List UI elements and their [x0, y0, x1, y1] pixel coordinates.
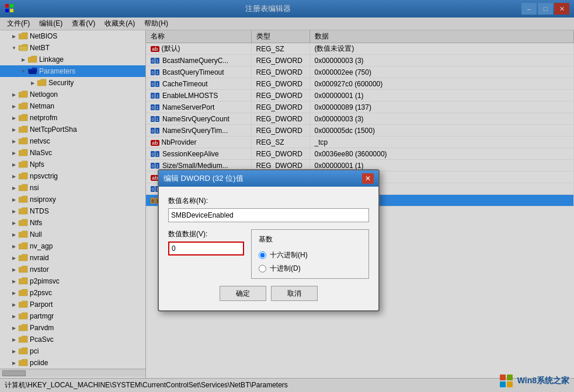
dialog-title-bar: 编辑 DWORD (32 位)值 ✕ — [159, 170, 378, 187]
dialog-data-input[interactable] — [168, 242, 244, 256]
dialog-name-input[interactable] — [168, 208, 369, 222]
dialog-close-button[interactable]: ✕ — [362, 173, 374, 184]
hex-radio-text: 十六进制(H) — [270, 250, 308, 260]
modal-overlay: 编辑 DWORD (32 位)值 ✕ 数值名称(N): 数值数据(V): 基数 … — [0, 0, 574, 392]
edit-dword-dialog: 编辑 DWORD (32 位)值 ✕ 数值名称(N): 数值数据(V): 基数 … — [158, 169, 380, 312]
dec-radio-text: 十进制(D) — [270, 264, 301, 274]
dialog-cancel-button[interactable]: 取消 — [271, 286, 318, 301]
dialog-buttons: 确定 取消 — [168, 286, 369, 301]
dialog-base-label: 基数 — [259, 235, 361, 244]
dialog-data-section: 数值数据(V): — [168, 229, 244, 279]
dialog-name-label: 数值名称(N): — [168, 196, 369, 206]
dec-radio[interactable] — [259, 265, 266, 272]
dec-radio-label[interactable]: 十进制(D) — [259, 264, 361, 274]
dialog-body: 数值名称(N): 数值数据(V): 基数 十六进制(H) 十进制(D) — [159, 187, 378, 310]
dialog-base-section: 基数 十六进制(H) 十进制(D) — [251, 229, 369, 279]
dialog-ok-button[interactable]: 确定 — [220, 286, 266, 301]
hex-radio-label[interactable]: 十六进制(H) — [259, 250, 361, 260]
dialog-data-label: 数值数据(V): — [168, 229, 244, 239]
dialog-title: 编辑 DWORD (32 位)值 — [163, 173, 243, 184]
dialog-data-row: 数值数据(V): 基数 十六进制(H) 十进制(D) — [168, 229, 369, 279]
hex-radio[interactable] — [259, 251, 266, 259]
